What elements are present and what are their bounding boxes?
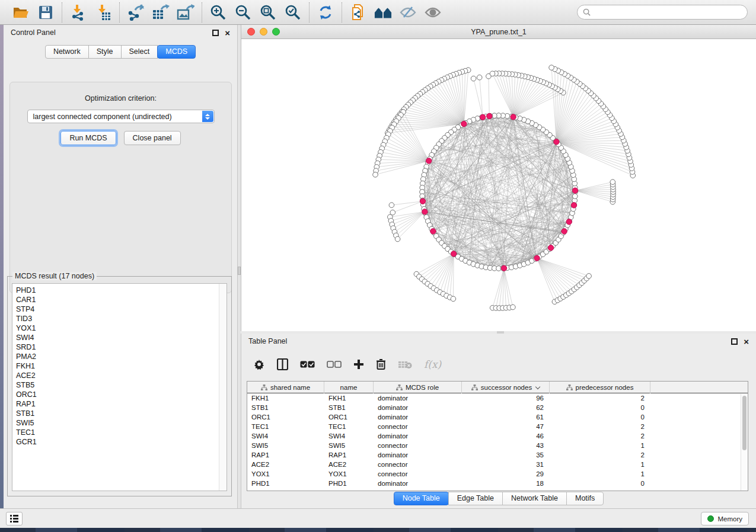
zoom-out-icon[interactable] (234, 4, 252, 21)
mcds-hub-node[interactable] (572, 188, 578, 193)
save-session-icon[interactable] (37, 4, 55, 21)
open-file-icon[interactable] (12, 4, 30, 21)
export-image-icon[interactable] (177, 4, 194, 21)
node-table[interactable]: shared namenameMCDS rolesuccessor nodesp… (247, 381, 748, 491)
mcds-result-item[interactable]: GCR1 (12, 437, 227, 447)
close-table-panel-icon[interactable]: × (744, 338, 749, 345)
column-header-predecessor-nodes[interactable]: predecessor nodes (550, 382, 650, 393)
leaf-node[interactable] (373, 172, 378, 178)
table-row[interactable]: FKH1FKH1dominator962 (247, 393, 748, 403)
clone-network-icon[interactable] (349, 4, 367, 21)
mcds-hub-node[interactable] (554, 139, 559, 145)
search-box[interactable] (577, 5, 748, 20)
mcds-result-item[interactable]: CAR1 (12, 295, 227, 305)
import-network-icon[interactable] (69, 4, 87, 21)
mcds-result-item[interactable]: TID3 (12, 314, 227, 323)
mcds-result-item[interactable]: FKH1 (12, 361, 227, 371)
mcds-result-item[interactable]: ACE2 (12, 371, 227, 380)
table-settings-icon[interactable] (253, 358, 265, 370)
search-network-icon[interactable] (374, 4, 392, 21)
show-all-icon[interactable] (424, 4, 442, 21)
float-table-panel-icon[interactable] (731, 338, 738, 345)
delete-column-icon[interactable] (376, 358, 386, 370)
mcds-hub-node[interactable] (430, 229, 436, 234)
criterion-select[interactable]: largest connected component (undirected) (27, 110, 215, 123)
add-column-icon[interactable] (353, 359, 364, 370)
table-row[interactable]: PHD1PHD1dominator180 (247, 479, 748, 488)
mcds-result-item[interactable]: SWI5 (12, 418, 227, 428)
mcds-result-item[interactable]: PMA2 (12, 352, 227, 361)
tab-motifs[interactable]: Motifs (566, 492, 604, 505)
mcds-result-list[interactable]: PHD1CAR1STP4TID3YOX1SWI4SRD1PMA2FKH1ACE2… (12, 283, 227, 491)
mcds-hub-node[interactable] (451, 251, 457, 257)
search-input[interactable] (594, 8, 742, 17)
mcds-hub-node[interactable] (548, 245, 553, 251)
column-header-successor-nodes[interactable]: successor nodes (462, 382, 550, 393)
hide-selected-icon[interactable] (399, 4, 417, 21)
mcds-hub-node[interactable] (501, 265, 506, 271)
table-scrollbar[interactable] (741, 394, 748, 491)
leaf-node[interactable] (511, 305, 516, 310)
table-row[interactable]: TEC1TEC1connector472 (247, 422, 748, 431)
mcds-result-item[interactable]: PHD1 (12, 286, 227, 295)
mcds-result-item[interactable]: ORC1 (12, 390, 227, 399)
run-mcds-button[interactable]: Run MCDS (60, 131, 116, 145)
leaf-node[interactable] (490, 71, 495, 76)
leaf-node[interactable] (390, 210, 395, 215)
float-panel-icon[interactable] (212, 30, 219, 36)
mcds-result-item[interactable]: SRD1 (12, 342, 227, 352)
mcds-result-item[interactable]: TEC1 (12, 428, 227, 437)
leaf-node[interactable] (586, 274, 592, 279)
zoom-selected-icon[interactable] (284, 4, 302, 21)
table-row[interactable]: SWI5SWI5connector431 (247, 441, 748, 450)
network-titlebar[interactable]: YPA_prune.txt_1 (241, 25, 756, 39)
mcds-result-item[interactable]: RAP1 (12, 399, 227, 409)
delete-table-icon[interactable] (398, 360, 412, 369)
select-all-icon[interactable] (300, 361, 315, 368)
close-panel-icon[interactable]: × (225, 30, 230, 36)
mcds-list-scrollbar[interactable] (219, 284, 227, 491)
apply-function-icon[interactable]: f(x) (424, 358, 441, 370)
import-table-icon[interactable] (94, 4, 112, 21)
table-row[interactable]: STB1STB1dominator620 (247, 403, 748, 412)
network-view[interactable] (241, 39, 756, 332)
mcds-hub-node[interactable] (534, 255, 540, 261)
leaf-node[interactable] (471, 76, 476, 81)
network-graph[interactable] (241, 39, 756, 332)
mcds-hub-node[interactable] (426, 158, 432, 164)
mcds-hub-node[interactable] (422, 209, 428, 214)
tab-select[interactable]: Select (121, 45, 158, 59)
column-header-name[interactable]: name (324, 382, 374, 393)
export-network-icon[interactable] (127, 4, 145, 21)
table-row[interactable]: YOX1YOX1connector291 (247, 469, 748, 479)
table-row[interactable]: ORC1ORC1dominator610 (247, 412, 748, 422)
table-row[interactable]: RAP1RAP1dominator352 (247, 450, 748, 460)
column-header-shared-name[interactable]: shared name (247, 382, 324, 393)
mcds-result-item[interactable]: STB5 (12, 380, 227, 390)
leaf-node[interactable] (451, 296, 456, 302)
mcds-hub-node[interactable] (511, 114, 516, 120)
export-table-icon[interactable] (152, 4, 170, 21)
leaf-node[interactable] (389, 203, 394, 208)
zoom-in-icon[interactable] (209, 4, 227, 21)
column-header-MCDS-role[interactable]: MCDS role (374, 382, 462, 393)
mcds-result-item[interactable]: YOX1 (12, 323, 227, 333)
leaf-node[interactable] (549, 65, 554, 70)
tab-edge-table[interactable]: Edge Table (448, 492, 503, 505)
tab-network[interactable]: Network (45, 45, 89, 59)
table-row[interactable]: SWI4SWI4dominator462 (247, 431, 748, 441)
task-manager-button[interactable] (6, 512, 23, 525)
mcds-hub-node[interactable] (562, 229, 567, 234)
mcds-hub-node[interactable] (487, 113, 492, 118)
tab-network-table[interactable]: Network Table (502, 492, 567, 505)
table-row[interactable]: ACE2ACE2connector311 (247, 460, 748, 469)
table-scrollbar-thumb[interactable] (742, 396, 747, 450)
zoom-fit-icon[interactable] (259, 4, 277, 21)
deselect-all-icon[interactable] (327, 361, 342, 368)
ring-node[interactable] (573, 194, 578, 199)
mcds-hub-node[interactable] (566, 219, 572, 225)
refresh-icon[interactable] (317, 4, 334, 21)
mcds-hub-node[interactable] (571, 203, 576, 208)
leaf-node[interactable] (395, 236, 400, 242)
mcds-result-item[interactable]: STP4 (12, 305, 227, 314)
